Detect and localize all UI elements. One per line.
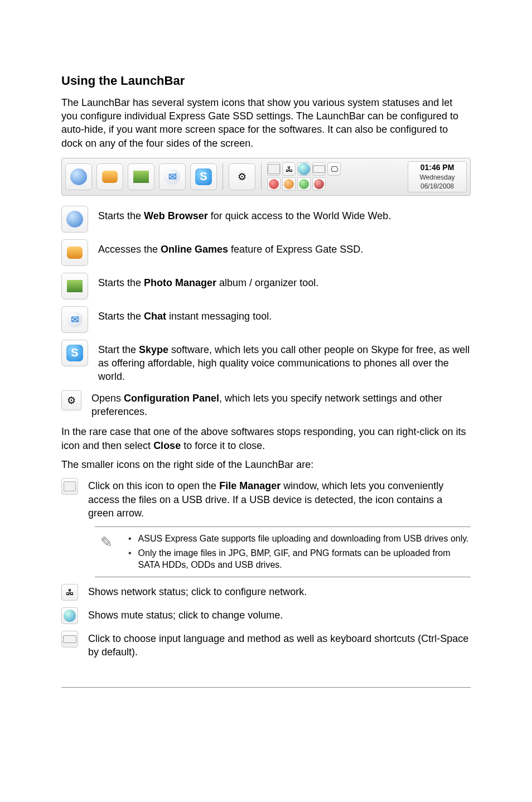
chat-icon[interactable]: ✉ (159, 163, 186, 190)
item-chat: ✉ Starts the Chat instant messaging tool… (61, 306, 471, 333)
keyboard-icon[interactable] (312, 162, 326, 176)
clock-date: 06/18/2008 (420, 182, 454, 191)
skype-icon: S (61, 340, 88, 366)
note-close: In the rare case that one of the above s… (61, 425, 471, 452)
text: Shows network status; click to configure… (88, 584, 471, 598)
config-panel-icon: ⚙ (61, 390, 81, 410)
text: Starts the (98, 311, 144, 322)
text: for quick access to the World Wide Web. (208, 210, 391, 221)
status-green-icon[interactable] (297, 177, 311, 191)
item-config-panel: ⚙ Opens Configuration Panel, which lets … (61, 390, 471, 419)
item-mute-status: Shows mute status; click to change volum… (61, 607, 471, 624)
clock-day: Wednesday (419, 173, 454, 182)
bold: Online Games (161, 244, 228, 255)
bold: Web Browser (144, 210, 208, 221)
network-status-icon[interactable]: 🖧 (282, 162, 296, 176)
clock-panel: 01:46 PM Wednesday 06/18/2008 (408, 161, 467, 192)
web-browser-icon[interactable] (65, 163, 92, 190)
text: Only the image files in JPG, BMP, GIF, a… (138, 547, 471, 571)
volume-icon[interactable] (297, 162, 311, 176)
power-icon[interactable] (312, 177, 326, 191)
item-photo-manager: Starts the Photo Manager album / organiz… (61, 273, 471, 299)
status-orange-icon[interactable] (282, 177, 296, 191)
text: Starts the (98, 210, 144, 221)
item-file-manager: Click on this icon to open the File Mana… (61, 478, 471, 520)
intro-paragraph: The LaunchBar has several system icons t… (61, 96, 471, 150)
text: Accesses the (98, 244, 161, 255)
web-browser-icon (61, 206, 88, 233)
text: instant messaging tool. (166, 311, 272, 322)
bold: Photo Manager (144, 277, 216, 288)
separator-icon (223, 163, 223, 190)
footer-divider (61, 687, 471, 688)
text: feature of Express Gate SSD. (228, 244, 363, 255)
text: Starts the (98, 277, 144, 288)
note-item: •ASUS Express Gate supports file uploadi… (128, 533, 471, 545)
photo-manager-icon (61, 273, 88, 299)
bold: Configuration Panel (124, 393, 219, 404)
status-red-icon[interactable] (267, 177, 280, 191)
online-games-icon[interactable] (96, 163, 123, 190)
bold: Close (153, 440, 181, 451)
text: Click on this icon to open the (88, 480, 219, 491)
skype-icon[interactable]: S (190, 163, 217, 190)
pencil-icon: ✎ (95, 530, 118, 573)
chat-icon: ✉ (61, 306, 88, 333)
file-manager-icon[interactable] (267, 162, 280, 176)
note-item: •Only the image files in JPG, BMP, GIF, … (128, 547, 471, 571)
text: ASUS Express Gate supports file uploadin… (138, 533, 469, 545)
item-web-browser: Starts the Web Browser for quick access … (61, 206, 471, 233)
item-online-games: Accesses the Online Games feature of Exp… (61, 239, 471, 266)
photo-manager-icon[interactable] (128, 163, 154, 190)
network-status-icon: 🖧 (61, 584, 78, 601)
text: Start the (98, 344, 139, 355)
text: album / organizer tool. (216, 277, 318, 288)
smaller-icons-intro: The smaller icons on the right side of t… (61, 458, 471, 471)
bold: Skype (139, 344, 168, 355)
text: Click to choose input language and metho… (88, 631, 471, 659)
volume-icon (61, 607, 78, 624)
file-manager-icon (61, 478, 78, 495)
text: Opens (91, 393, 124, 404)
note-box: ✎ •ASUS Express Gate supports file uploa… (95, 526, 471, 577)
text: to force it to close. (181, 440, 265, 451)
launchbar: ✉ S ⚙ 🖧 🖵 01:46 PM Wednesday 06/18/2008 (61, 158, 471, 196)
keyboard-icon (61, 631, 78, 648)
online-games-icon (61, 239, 88, 266)
separator-icon (261, 163, 262, 190)
clock-time: 01:46 PM (420, 162, 454, 173)
config-panel-icon[interactable]: ⚙ (229, 163, 255, 190)
item-network-status: 🖧 Shows network status; click to configu… (61, 584, 471, 601)
bold: File Manager (219, 480, 280, 491)
item-input-language: Click to choose input language and metho… (61, 631, 471, 659)
tray-icons: 🖧 🖵 (267, 162, 341, 191)
section-heading: Using the LaunchBar (61, 73, 471, 89)
screen-icon[interactable]: 🖵 (327, 162, 341, 176)
text: Shows mute status; click to change volum… (88, 607, 471, 622)
item-skype: S Start the Skype software, which lets y… (61, 340, 471, 384)
bold: Chat (144, 311, 166, 322)
